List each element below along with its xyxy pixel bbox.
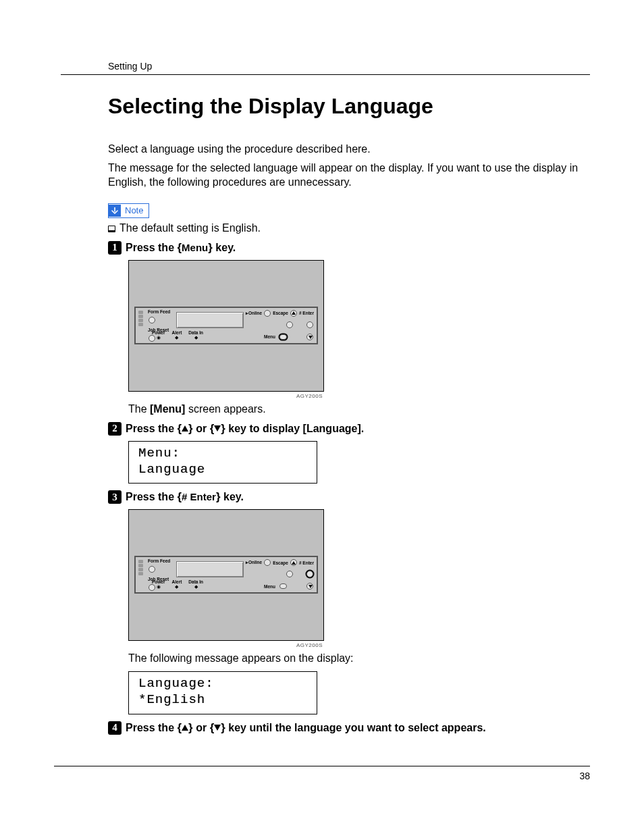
panel-label-online: ▸Online xyxy=(246,560,262,565)
panel-label-datain: Data In xyxy=(188,579,203,584)
led-icon xyxy=(138,315,143,318)
form-feed-button[interactable] xyxy=(149,317,155,323)
section-header: Setting Up xyxy=(108,61,590,72)
step-1: 1 Press the {Menu} key. xyxy=(108,241,590,255)
lcd-line: *English xyxy=(138,692,310,708)
down-button[interactable] xyxy=(306,583,313,590)
note-body: The default setting is English. xyxy=(119,222,261,234)
up-arrow-icon xyxy=(182,725,188,731)
footer-rule xyxy=(54,766,590,766)
down-arrow-icon xyxy=(109,205,121,217)
panel-label-escape: Escape xyxy=(273,561,288,565)
step-4: 4 Press the {} or {} key until the langu… xyxy=(108,721,590,735)
control-panel-figure-1: Form Feed Job Reset ▸Online Escape # Ent… xyxy=(128,260,324,399)
panel-label-alert: Alert xyxy=(172,330,182,335)
led-icon xyxy=(138,311,143,314)
led-icon xyxy=(138,560,143,563)
step-text: Press the {} or {} key to display [Langu… xyxy=(126,422,364,436)
enter-button[interactable] xyxy=(306,571,313,577)
panel-lcd xyxy=(176,312,244,328)
panel-label-enter: # Enter xyxy=(299,311,314,315)
step1-result: The [Menu] screen appears. xyxy=(128,403,590,415)
led-icon xyxy=(138,319,143,322)
lcd-line: Language xyxy=(138,462,310,478)
online-button[interactable] xyxy=(264,310,271,317)
form-feed-button[interactable] xyxy=(149,566,155,573)
step-text: Press the {# Enter} key. xyxy=(126,490,244,504)
step-2: 2 Press the {} or {} key to display [Lan… xyxy=(108,422,590,436)
step3-result: The following message appears on the dis… xyxy=(128,652,590,664)
control-panel-figure-2: Form Feed Job Reset ▸Online Escape # Ent… xyxy=(128,509,324,648)
step-3: 3 Press the {# Enter} key. xyxy=(108,490,590,504)
panel-lcd xyxy=(176,561,244,577)
lcd-line: Menu: xyxy=(138,446,310,462)
menu-button[interactable] xyxy=(279,334,287,340)
led-icon xyxy=(138,323,143,326)
menu-button[interactable] xyxy=(279,583,287,589)
up-arrow-icon xyxy=(182,425,188,432)
lcd-display-1: Menu: Language xyxy=(128,441,317,484)
led-icon xyxy=(138,568,143,571)
down-arrow-icon xyxy=(214,725,221,731)
panel-label-menu: Menu xyxy=(264,584,275,589)
panel-label-power: Power xyxy=(152,330,165,335)
step-number: 1 xyxy=(108,241,122,255)
online-button[interactable] xyxy=(264,559,271,566)
page: Setting Up Selecting the Display Languag… xyxy=(0,0,644,834)
step-number: 4 xyxy=(108,721,122,735)
up-button[interactable] xyxy=(290,559,297,566)
figure-caption: AGY200S xyxy=(128,392,324,399)
step-text: Press the {Menu} key. xyxy=(126,241,236,255)
intro-p1: Select a language using the procedure de… xyxy=(108,142,590,157)
step-number: 2 xyxy=(108,422,122,436)
figure-caption: AGY200S xyxy=(128,641,324,648)
down-arrow-icon xyxy=(214,425,221,432)
page-title: Selecting the Display Language xyxy=(108,94,590,119)
panel-label-menu: Menu xyxy=(264,334,275,339)
header-rule xyxy=(61,74,590,75)
panel-label-power: Power xyxy=(152,579,165,584)
panel-label-escape: Escape xyxy=(273,311,288,315)
step-text: Press the {} or {} key until the languag… xyxy=(126,721,486,735)
panel-label-formfeed: Form Feed xyxy=(148,309,170,314)
note-text-line: The default setting is English. xyxy=(108,222,590,234)
up-button[interactable] xyxy=(290,310,297,317)
intro-p2: The message for the selected language wi… xyxy=(108,161,590,190)
control-panel: Form Feed Job Reset ▸Online Escape # Ent… xyxy=(128,509,324,641)
page-number: 38 xyxy=(579,771,590,781)
step-number: 3 xyxy=(108,490,122,504)
down-button[interactable] xyxy=(306,334,313,340)
led-icon xyxy=(138,572,143,575)
panel-label-online: ▸Online xyxy=(246,311,262,316)
note-badge: Note xyxy=(108,203,149,218)
led-icon xyxy=(138,564,143,567)
control-panel: Form Feed Job Reset ▸Online Escape # Ent… xyxy=(128,260,324,392)
panel-label-enter: # Enter xyxy=(299,561,314,565)
lcd-line: Language: xyxy=(138,676,310,692)
note-bullet-icon xyxy=(108,226,115,232)
panel-label-formfeed: Form Feed xyxy=(148,558,170,563)
escape-button[interactable] xyxy=(286,571,293,577)
panel-label-datain: Data In xyxy=(188,330,203,335)
lcd-display-2: Language: *English xyxy=(128,671,317,714)
note-label: Note xyxy=(125,205,143,215)
enter-button[interactable] xyxy=(306,321,313,328)
panel-label-alert: Alert xyxy=(172,579,182,584)
escape-button[interactable] xyxy=(286,321,293,328)
